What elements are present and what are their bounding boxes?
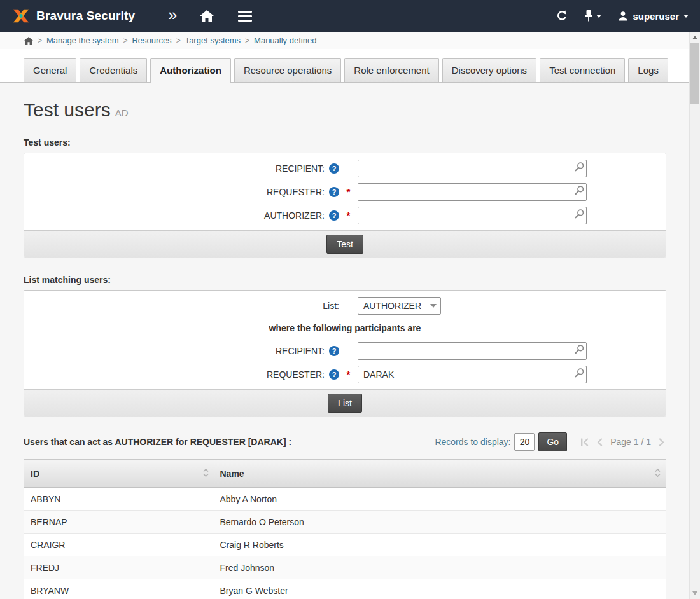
chevron-down-icon [596,15,601,18]
results-controls: Records to display: Go Page 1 / 1 [435,432,666,451]
prev-page-icon[interactable] [595,437,605,447]
sort-icon [203,468,209,479]
tab-general[interactable]: General [24,58,76,82]
first-page-icon[interactable] [580,437,589,447]
pagination: Page 1 / 1 [580,437,666,447]
column-header-name[interactable]: Name [214,460,666,488]
double-chevron-icon[interactable]: » [168,7,177,25]
list-button[interactable]: List [328,394,362,413]
list-requester-row: REQUESTER: ? * [24,362,666,386]
requester-input[interactable] [358,183,587,201]
tab-bar: General Credentials Authorization Resour… [0,49,700,83]
search-icon[interactable] [574,209,585,219]
list-requester-input[interactable] [358,366,587,383]
tab-test-connection[interactable]: Test connection [540,58,625,82]
help-icon[interactable]: ? [329,163,339,174]
search-icon[interactable] [574,162,585,172]
page-status: Page 1 / 1 [610,437,651,447]
user-name: superuser [633,11,679,22]
table-row: BRYANW Bryan G Webster [24,579,666,599]
help-icon[interactable]: ? [329,369,339,380]
breadcrumb-item-manage-the-system[interactable]: Manage the system [46,36,118,45]
next-page-icon[interactable] [657,437,666,447]
column-header-id[interactable]: ID [24,460,214,488]
tab-resource-operations[interactable]: Resource operations [234,58,341,82]
list-matching-users-panel: List: AUTHORIZER where the following par… [24,290,666,417]
breadcrumb-separator: > [176,36,181,45]
scrollbar-thumb[interactable] [690,43,699,104]
tab-authorization[interactable]: Authorization [150,58,231,83]
cell-name: Bernardo O Peterson [214,511,666,534]
breadcrumb: > Manage the system > Resources > Target… [0,32,700,49]
required-asterisk: * [347,369,351,380]
chevron-down-icon [426,298,440,314]
tab-discovery-options[interactable]: Discovery options [442,58,536,82]
authorizer-input[interactable] [358,207,587,224]
topbar-actions: superuser [556,10,689,22]
cell-name: Fred Johnson [214,556,666,579]
breadcrumb-item-target-systems[interactable]: Target systems [185,36,241,45]
vertical-scrollbar[interactable] [689,32,700,599]
breadcrumb-item-manually-defined[interactable]: Manually defined [254,36,316,45]
authorizer-row: AUTHORIZER: ? * [24,203,666,227]
records-input[interactable] [514,433,535,451]
pin-icon [585,10,592,22]
test-users-panel: RECIPIENT: ? REQUESTER: [24,153,666,258]
recipient-label: RECIPIENT: [276,163,325,174]
authorizer-label: AUTHORIZER: [264,210,325,221]
test-users-heading: Test users: [24,137,666,148]
breadcrumb-home-icon[interactable] [24,37,33,45]
pin-menu[interactable] [585,10,601,22]
scroll-up-icon[interactable] [692,36,697,39]
list-panel-footer: List [24,389,666,417]
list-row: List: AUTHORIZER [24,294,666,317]
user-icon [618,11,628,21]
tab-logs[interactable]: Logs [628,58,668,82]
search-icon[interactable] [574,344,585,355]
chevron-down-icon [683,15,689,18]
cell-id: CRAIGR [24,534,214,556]
home-icon[interactable] [200,10,214,22]
list-matching-users-heading: List matching users: [24,275,666,285]
tab-role-enforcement[interactable]: Role enforcement [344,58,438,82]
application-window: Bravura Security » [0,0,700,599]
recipient-label: RECIPIENT: [276,346,325,356]
cell-name: Craig R Roberts [214,534,666,556]
help-icon[interactable]: ? [329,210,339,221]
cell-id: ABBYN [24,488,214,511]
search-icon[interactable] [574,368,585,378]
go-button[interactable]: Go [538,432,567,451]
results-heading: Users that can act as AUTHORIZER for REQ… [24,437,291,447]
table-row: CRAIGR Craig R Roberts [24,534,666,556]
help-icon[interactable]: ? [329,346,339,356]
requester-label: REQUESTER: [267,369,325,380]
test-panel-footer: Test [24,230,666,258]
scroll-down-icon[interactable] [692,591,697,595]
table-row: ABBYN Abby A Norton [24,488,666,511]
breadcrumb-separator: > [38,36,42,45]
breadcrumb-item-resources[interactable]: Resources [132,36,171,45]
recipient-row: RECIPIENT: ? [24,156,666,180]
results-table: ID Name ABBYN Abby A [24,459,666,599]
test-button[interactable]: Test [326,235,363,254]
search-icon[interactable] [574,185,585,196]
sort-icon [655,468,661,479]
requester-label: REQUESTER: [267,187,325,197]
user-menu[interactable]: superuser [618,11,689,22]
list-recipient-input[interactable] [358,342,587,360]
recipient-input[interactable] [358,160,587,177]
refresh-icon[interactable] [556,10,568,22]
breadcrumb-separator: > [123,36,127,45]
brand[interactable]: Bravura Security [11,6,135,25]
help-icon[interactable]: ? [329,187,339,197]
topbar: Bravura Security » [0,0,700,32]
table-row: FREDJ Fred Johnson [24,556,666,579]
list-label: List: [323,301,339,311]
menu-icon[interactable] [238,11,252,22]
records-to-display-label: Records to display: [435,437,510,447]
list-select[interactable]: AUTHORIZER [358,297,441,315]
tab-credentials[interactable]: Credentials [80,58,147,82]
required-asterisk: * [347,186,351,197]
page-title-suffix: AD [115,107,129,118]
cell-name: Bryan G Webster [214,579,666,599]
